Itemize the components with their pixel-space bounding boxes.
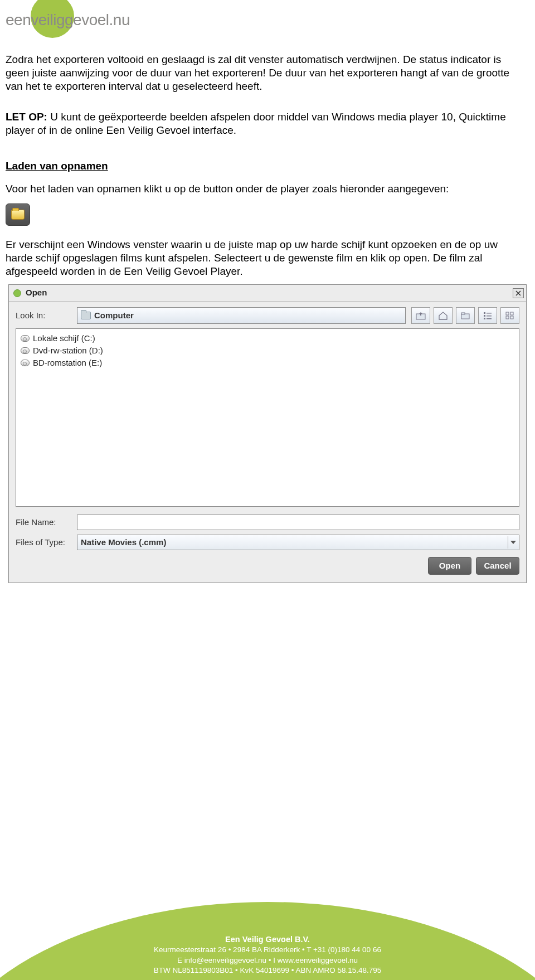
look-in-value: Computer xyxy=(94,311,134,321)
paragraph-3: Voor het laden van opnamen klikt u op de… xyxy=(6,182,513,196)
paragraph-letop: LET OP: U kunt de geëxporteerde beelden … xyxy=(6,110,513,137)
list-view-button[interactable] xyxy=(478,307,497,324)
footer-line-1: Keurmeesterstraat 26 • 2984 BA Ridderker… xyxy=(0,945,535,955)
file-type-label: Files of Type: xyxy=(16,537,77,548)
list-view-icon xyxy=(483,311,493,320)
new-folder-button[interactable] xyxy=(456,307,475,324)
file-list[interactable]: Lokale schijf (C:) Dvd-rw-station (D:) B… xyxy=(16,328,519,507)
disk-icon xyxy=(21,347,30,354)
dialog-body: Look In: Computer xyxy=(9,302,526,583)
disk-icon xyxy=(21,335,30,342)
section-heading-laden: Laden van opnamen xyxy=(6,159,513,173)
computer-icon xyxy=(81,312,91,319)
svg-rect-4 xyxy=(484,315,485,317)
svg-rect-5 xyxy=(487,313,492,314)
svg-rect-6 xyxy=(487,316,492,317)
details-view-button[interactable] xyxy=(500,307,519,324)
list-item[interactable]: Lokale schijf (C:) xyxy=(21,332,514,345)
document-content: Zodra het exporteren voltooid en geslaag… xyxy=(0,53,535,583)
dialog-toolbar xyxy=(411,307,519,324)
file-name-label: File Name: xyxy=(16,517,77,528)
open-dialog: Open Look In: Computer xyxy=(8,284,527,583)
paragraph-4: Er verschijnt een Windows venster waarin… xyxy=(6,238,513,278)
look-in-row: Look In: Computer xyxy=(16,307,519,324)
dialog-status-icon xyxy=(13,289,21,297)
svg-rect-10 xyxy=(510,312,513,315)
footer-text: Een Veilig Gevoel B.V. Keurmeesterstraat… xyxy=(0,934,535,976)
home-icon xyxy=(438,311,448,320)
letop-text: U kunt de geëxporteerde beelden afspelen… xyxy=(6,111,506,136)
up-folder-button[interactable] xyxy=(411,307,430,324)
file-type-select[interactable]: Native Movies (.cmm) xyxy=(77,535,519,550)
svg-rect-8 xyxy=(487,318,492,319)
page-footer: Een Veilig Gevoel B.V. Keurmeesterstraat… xyxy=(0,891,535,980)
logo-header: eenveiliggevoel.nu xyxy=(0,0,535,42)
list-item[interactable]: BD-romstation (E:) xyxy=(21,357,514,369)
list-item[interactable]: Dvd-rw-station (D:) xyxy=(21,345,514,357)
drive-label: Dvd-rw-station (D:) xyxy=(33,346,103,356)
footer-line-2: E info@eenveiliggevoel.nu • I www.eenvei… xyxy=(0,955,535,966)
svg-rect-3 xyxy=(484,312,485,314)
look-in-select[interactable]: Computer xyxy=(77,307,406,324)
logo-text: eenveiliggevoel.nu xyxy=(6,11,130,29)
dialog-title: Open xyxy=(26,288,513,298)
paragraph-1: Zodra het exporteren voltooid en geslaag… xyxy=(6,53,513,93)
disk-icon xyxy=(21,360,30,366)
dialog-titlebar: Open xyxy=(9,285,526,302)
open-folder-button[interactable] xyxy=(6,203,30,226)
svg-rect-2 xyxy=(461,313,465,314)
dialog-actions: Open Cancel xyxy=(16,557,519,575)
drive-label: Lokale schijf (C:) xyxy=(33,333,95,344)
home-button[interactable] xyxy=(434,307,453,324)
close-icon xyxy=(515,290,521,296)
footer-line-3: BTW NL851119803B01 • KvK 54019699 • ABN … xyxy=(0,966,535,976)
file-name-input[interactable] xyxy=(77,515,519,530)
file-type-row: Files of Type: Native Movies (.cmm) xyxy=(16,535,519,550)
look-in-label: Look In: xyxy=(16,311,77,321)
close-button[interactable] xyxy=(513,288,524,298)
svg-rect-9 xyxy=(506,312,509,315)
details-view-icon xyxy=(505,311,515,320)
folder-icon xyxy=(11,210,25,220)
svg-rect-11 xyxy=(506,316,509,319)
cancel-button[interactable]: Cancel xyxy=(476,557,519,575)
file-type-value: Native Movies (.cmm) xyxy=(81,537,166,548)
open-button[interactable]: Open xyxy=(428,557,471,575)
letop-label: LET OP: xyxy=(6,111,47,123)
file-name-row: File Name: xyxy=(16,515,519,530)
chevron-down-icon xyxy=(508,536,518,549)
footer-title: Een Veilig Gevoel B.V. xyxy=(0,934,535,945)
svg-rect-12 xyxy=(510,316,513,319)
new-folder-icon xyxy=(460,311,470,320)
drive-label: BD-romstation (E:) xyxy=(33,358,102,368)
up-folder-icon xyxy=(416,311,426,320)
svg-rect-7 xyxy=(484,318,485,319)
